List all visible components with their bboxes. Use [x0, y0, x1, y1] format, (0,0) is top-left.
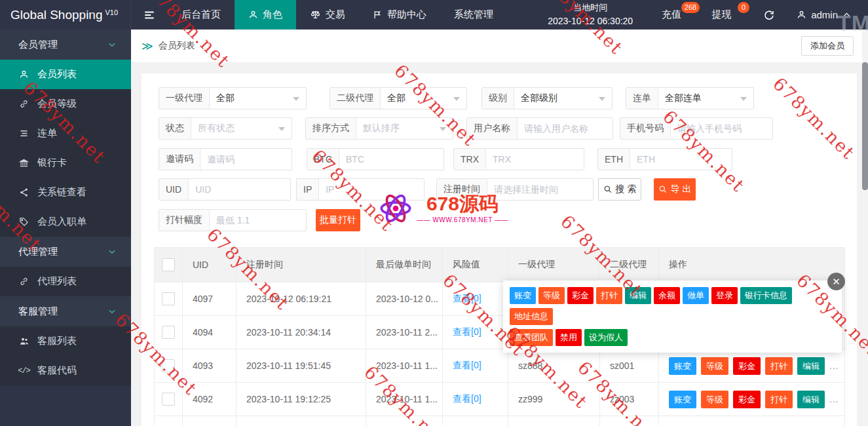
op-bonus-button[interactable]: 彩金: [733, 357, 761, 375]
popup-bank-info-button[interactable]: 银行卡信息: [740, 287, 792, 304]
nav-item-home[interactable]: 后台首页: [168, 0, 235, 29]
breadcrumb-bar: ≫ 会员列表 添加会员: [131, 29, 868, 62]
search-button[interactable]: 搜 索: [598, 178, 641, 201]
phone-field-group: 手机号码: [620, 117, 773, 140]
ip-input[interactable]: [319, 179, 424, 200]
risk-view-link[interactable]: 查看[0]: [453, 393, 481, 404]
sidebar-item-member-level[interactable]: 会员等级: [0, 89, 131, 119]
nav-item-help[interactable]: 帮助中心: [359, 0, 440, 29]
risk-view-link[interactable]: 查看[0]: [453, 293, 481, 303]
row-checkbox[interactable]: [162, 393, 175, 406]
username-field-group: 用户名称: [466, 117, 613, 140]
nav-item-role[interactable]: 角色: [235, 0, 296, 29]
op-level-button[interactable]: 等级: [701, 357, 728, 375]
sidebar-item-chain-orders[interactable]: 连单: [0, 119, 131, 148]
select-sort[interactable]: 排序方式 默认排序: [305, 117, 453, 140]
invite-code-input[interactable]: [200, 149, 292, 170]
sidebar-item-bank-card[interactable]: 银行卡: [0, 148, 131, 178]
eth-label: ETH: [598, 149, 630, 170]
op-more[interactable]: ...: [829, 360, 839, 371]
sidebar-group-members[interactable]: 会员管理: [0, 29, 131, 60]
sidebar-item-service-list[interactable]: 客服列表: [0, 326, 131, 356]
inject-range-input[interactable]: [210, 210, 306, 231]
popup-set-fake-button[interactable]: 设为假人: [584, 329, 628, 346]
select-status-label: 状态: [159, 118, 191, 139]
op-edit-button[interactable]: 编辑: [797, 391, 825, 408]
popup-address-info-button[interactable]: 地址信息: [510, 308, 553, 325]
popup-inject-button[interactable]: 打针: [596, 287, 622, 304]
regtime-input[interactable]: [487, 179, 593, 200]
recharge-menu[interactable]: 充值 268: [651, 0, 701, 29]
member-level-label: 会员等级: [37, 98, 77, 110]
sidebar-group-agents[interactable]: 代理管理: [0, 237, 131, 267]
uid-input[interactable]: [189, 179, 290, 200]
row-checkbox[interactable]: [162, 359, 175, 372]
select-all-checkbox[interactable]: [162, 258, 175, 271]
trx-input[interactable]: [486, 149, 584, 170]
batch-inject-button[interactable]: 批量打针: [316, 209, 360, 231]
sidebar-item-member-entry[interactable]: 会员入职单: [0, 207, 131, 237]
popup-level-button[interactable]: 等级: [538, 287, 565, 304]
select-chain[interactable]: 连单 全部连单: [626, 87, 754, 109]
popup-view-team-button[interactable]: 查看团队: [510, 329, 553, 346]
popup-login-button[interactable]: 登录: [711, 287, 738, 304]
op-inject-button[interactable]: 打针: [765, 357, 793, 375]
op-more[interactable]: ...: [829, 394, 839, 404]
sidebar-item-member-list[interactable]: 会员列表: [0, 60, 131, 89]
btc-input[interactable]: [339, 149, 443, 170]
popup-edit-button[interactable]: 编辑: [625, 287, 651, 304]
sidebar-item-service-code[interactable]: </> 客服代码: [0, 356, 131, 385]
op-account-change-button[interactable]: 账变: [669, 357, 696, 375]
user-menu[interactable]: admin: [787, 0, 868, 29]
select-level-value: 全部级别: [514, 88, 599, 109]
export-button[interactable]: 导 出: [654, 178, 696, 201]
eth-input[interactable]: [630, 149, 732, 170]
popup-disable-button[interactable]: 禁用: [556, 329, 582, 346]
nav-item-system[interactable]: 系统管理: [440, 0, 507, 29]
popup-bonus-button[interactable]: 彩金: [567, 287, 594, 304]
select-agent2-label: 二级代理: [330, 88, 381, 109]
risk-view-link[interactable]: 查看[0]: [453, 360, 481, 370]
vertical-scrollbar[interactable]: [862, 29, 868, 426]
col-actions: 操作: [659, 248, 845, 282]
row-checkbox[interactable]: [162, 326, 175, 339]
op-inject-button[interactable]: 打针: [765, 391, 793, 408]
select-agent2[interactable]: 二级代理 全部: [330, 87, 467, 109]
select-status[interactable]: 状态 所有状态: [159, 117, 292, 140]
select-agent1-value: 全部: [210, 88, 293, 109]
double-chevron-icon: ≫: [142, 39, 153, 53]
sidebar-group-service[interactable]: 客服管理: [0, 296, 131, 326]
popup-make-order-button[interactable]: 做单: [683, 287, 709, 304]
row-checkbox[interactable]: [162, 292, 175, 305]
sidebar-item-relation-chain[interactable]: 关系链查看: [0, 178, 131, 207]
popup-balance-button[interactable]: 余额: [654, 287, 680, 304]
risk-view-link[interactable]: 查看[0]: [453, 326, 481, 337]
add-member-button[interactable]: 添加会员: [801, 36, 854, 56]
username-input[interactable]: [518, 118, 613, 139]
scrollbar-thumb[interactable]: [862, 62, 868, 190]
select-level[interactable]: 级别 全部级别: [481, 87, 613, 109]
brand-version: V10: [105, 9, 119, 16]
top-header: Global Shopping V10 后台首页 角色 交易 帮助中心: [0, 0, 868, 29]
code-icon: </>: [18, 366, 29, 376]
phone-input[interactable]: [671, 118, 772, 139]
nav-item-trade[interactable]: 交易: [296, 0, 359, 29]
select-sort-value: 默认排序: [356, 118, 440, 139]
op-edit-button[interactable]: 编辑: [797, 357, 825, 375]
sidebar-item-agent-list[interactable]: 代理列表: [0, 267, 131, 296]
caret-down-icon: [740, 97, 747, 104]
group-agents-label: 代理管理: [18, 246, 58, 258]
select-agent1[interactable]: 一级代理 全部: [159, 87, 307, 109]
chevron-up-icon: [842, 10, 851, 19]
nav-role-label: 角色: [263, 9, 282, 21]
withdraw-menu[interactable]: 提现 0: [701, 0, 751, 29]
member-list-panel: 一级代理 全部 二级代理 全部 级别 全部级别 连单 全部连单 状态 所有状态 …: [142, 73, 857, 426]
popup-account-change-button[interactable]: 账变: [510, 287, 536, 304]
op-level-button[interactable]: 等级: [701, 391, 728, 408]
op-bonus-button[interactable]: 彩金: [733, 391, 761, 408]
op-account-change-button[interactable]: 账变: [669, 391, 696, 408]
collapse-sidebar-button[interactable]: [131, 0, 168, 29]
regtime-label: 注册时间: [437, 179, 487, 200]
refresh-button[interactable]: [751, 0, 787, 29]
popup-close-button[interactable]: ✕: [827, 273, 845, 290]
